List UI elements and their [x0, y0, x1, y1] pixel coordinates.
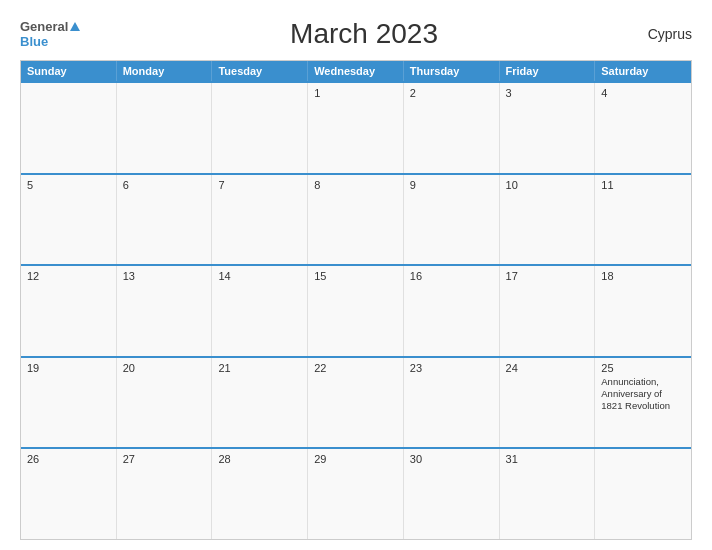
cal-cell-w4-d4: 22: [308, 358, 404, 448]
day-number: 9: [410, 179, 493, 191]
day-number: 21: [218, 362, 301, 374]
day-number: 3: [506, 87, 589, 99]
cal-cell-w2-d6: 10: [500, 175, 596, 265]
cal-cell-w3-d5: 16: [404, 266, 500, 356]
week-row-2: 567891011: [21, 173, 691, 265]
cal-cell-w4-d2: 20: [117, 358, 213, 448]
cal-cell-w4-d7: 25Annunciation, Anniversary of 1821 Revo…: [595, 358, 691, 448]
header: General Blue March 2023 Cyprus: [20, 18, 692, 50]
calendar-grid: Sunday Monday Tuesday Wednesday Thursday…: [20, 60, 692, 540]
cal-cell-w4-d5: 23: [404, 358, 500, 448]
day-number: 26: [27, 453, 110, 465]
cal-cell-w5-d5: 30: [404, 449, 500, 539]
day-number: 30: [410, 453, 493, 465]
logo-blue-text: Blue: [20, 34, 48, 49]
calendar-page: General Blue March 2023 Cyprus Sunday Mo…: [0, 0, 712, 550]
col-wednesday: Wednesday: [308, 61, 404, 81]
logo-triangle-icon: [70, 22, 80, 31]
cal-cell-w3-d2: 13: [117, 266, 213, 356]
cal-cell-w1-d7: 4: [595, 83, 691, 173]
col-tuesday: Tuesday: [212, 61, 308, 81]
day-number: 31: [506, 453, 589, 465]
calendar-body: 1234567891011121314151617181920212223242…: [21, 81, 691, 539]
cal-cell-w4-d3: 21: [212, 358, 308, 448]
day-number: 13: [123, 270, 206, 282]
cal-cell-w5-d6: 31: [500, 449, 596, 539]
cal-cell-w3-d4: 15: [308, 266, 404, 356]
cal-cell-w5-d3: 28: [212, 449, 308, 539]
country-label: Cyprus: [648, 26, 692, 42]
day-number: 11: [601, 179, 685, 191]
cal-cell-w3-d3: 14: [212, 266, 308, 356]
day-number: 10: [506, 179, 589, 191]
cal-cell-w2-d5: 9: [404, 175, 500, 265]
day-number: 28: [218, 453, 301, 465]
day-number: 18: [601, 270, 685, 282]
day-number: 1: [314, 87, 397, 99]
cal-cell-w5-d7: [595, 449, 691, 539]
day-number: 23: [410, 362, 493, 374]
week-row-1: 1234: [21, 81, 691, 173]
event-label: Annunciation, Anniversary of 1821 Revolu…: [601, 376, 685, 413]
logo-general-text: General: [20, 19, 68, 34]
day-number: 6: [123, 179, 206, 191]
cal-cell-w5-d2: 27: [117, 449, 213, 539]
week-row-4: 19202122232425Annunciation, Anniversary …: [21, 356, 691, 448]
day-number: 17: [506, 270, 589, 282]
day-number: 2: [410, 87, 493, 99]
col-sunday: Sunday: [21, 61, 117, 81]
cal-cell-w3-d6: 17: [500, 266, 596, 356]
day-number: 22: [314, 362, 397, 374]
logo: General Blue: [20, 19, 80, 49]
day-number: 12: [27, 270, 110, 282]
day-number: 16: [410, 270, 493, 282]
cal-cell-w1-d3: [212, 83, 308, 173]
cal-cell-w4-d1: 19: [21, 358, 117, 448]
cal-cell-w3-d7: 18: [595, 266, 691, 356]
day-number: 27: [123, 453, 206, 465]
cal-cell-w3-d1: 12: [21, 266, 117, 356]
week-row-3: 12131415161718: [21, 264, 691, 356]
cal-cell-w1-d1: [21, 83, 117, 173]
cal-cell-w2-d7: 11: [595, 175, 691, 265]
day-number: 5: [27, 179, 110, 191]
cal-cell-w1-d2: [117, 83, 213, 173]
day-number: 19: [27, 362, 110, 374]
cal-cell-w1-d6: 3: [500, 83, 596, 173]
day-number: 7: [218, 179, 301, 191]
calendar-title: March 2023: [290, 18, 438, 50]
col-friday: Friday: [500, 61, 596, 81]
week-row-5: 262728293031: [21, 447, 691, 539]
day-number: 8: [314, 179, 397, 191]
day-number: 14: [218, 270, 301, 282]
cal-cell-w5-d4: 29: [308, 449, 404, 539]
day-number: 25: [601, 362, 685, 374]
cal-cell-w2-d1: 5: [21, 175, 117, 265]
day-number: 15: [314, 270, 397, 282]
col-monday: Monday: [117, 61, 213, 81]
cal-cell-w1-d5: 2: [404, 83, 500, 173]
cal-cell-w1-d4: 1: [308, 83, 404, 173]
cal-cell-w2-d4: 8: [308, 175, 404, 265]
day-number: 20: [123, 362, 206, 374]
col-saturday: Saturday: [595, 61, 691, 81]
cal-cell-w4-d6: 24: [500, 358, 596, 448]
cal-cell-w2-d3: 7: [212, 175, 308, 265]
day-number: 29: [314, 453, 397, 465]
day-number: 4: [601, 87, 685, 99]
calendar-header-row: Sunday Monday Tuesday Wednesday Thursday…: [21, 61, 691, 81]
day-number: 24: [506, 362, 589, 374]
col-thursday: Thursday: [404, 61, 500, 81]
cal-cell-w5-d1: 26: [21, 449, 117, 539]
cal-cell-w2-d2: 6: [117, 175, 213, 265]
